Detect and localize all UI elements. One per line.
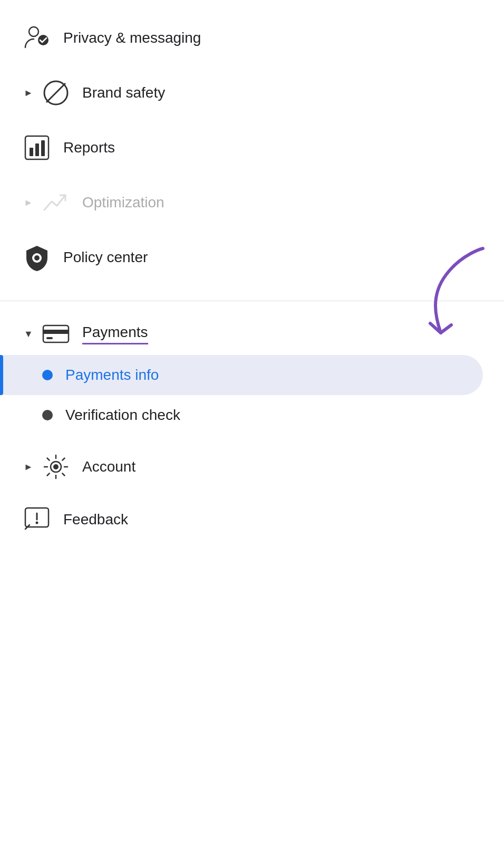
sub-item-payments-info[interactable]: Payments info <box>0 355 483 395</box>
navigation-list: Privacy & messaging ► Brand safety Repor… <box>0 0 504 295</box>
nav-item-feedback[interactable]: Feedback <box>0 498 504 551</box>
sub-label-verification-check: Verification check <box>65 407 180 424</box>
nav-item-reports[interactable]: Reports <box>0 120 504 175</box>
svg-point-14 <box>53 464 59 469</box>
policy-icon <box>21 242 53 273</box>
svg-rect-13 <box>46 337 53 339</box>
nav-label-reports: Reports <box>63 139 115 156</box>
sub-item-verification-check[interactable]: Verification check <box>0 395 504 435</box>
chat-exclamation-icon <box>21 504 53 535</box>
svg-point-9 <box>34 255 40 261</box>
bar-chart-icon <box>21 132 53 164</box>
svg-point-0 <box>29 27 38 36</box>
nav-item-policy-center[interactable]: Policy center <box>0 230 504 285</box>
chevron-right-icon-disabled: ► <box>21 195 36 210</box>
nav-label-optimization: Optimization <box>82 194 164 211</box>
svg-point-17 <box>36 522 38 524</box>
payments-label: Payments <box>82 324 148 344</box>
payments-icon <box>40 318 72 350</box>
svg-rect-6 <box>35 143 39 156</box>
divider <box>0 301 504 301</box>
nav-item-optimization[interactable]: ► Optimization <box>0 175 504 230</box>
trending-up-icon <box>40 187 72 218</box>
nav-item-privacy-messaging[interactable]: Privacy & messaging <box>0 11 504 65</box>
nav-label-feedback: Feedback <box>63 511 128 528</box>
svg-rect-5 <box>30 148 33 156</box>
nav-item-brand-safety[interactable]: ► Brand safety <box>0 65 504 120</box>
sub-label-payments-info: Payments info <box>65 367 159 383</box>
nav-label-privacy-messaging: Privacy & messaging <box>63 30 201 46</box>
nav-item-account[interactable]: ► Account <box>0 435 504 498</box>
inactive-dot-icon <box>42 410 53 420</box>
active-dot-icon <box>42 370 53 380</box>
person-shield-icon <box>21 22 53 54</box>
settings-gear-icon <box>40 451 72 483</box>
nav-label-account: Account <box>82 458 135 475</box>
svg-line-3 <box>46 83 65 102</box>
chevron-right-icon-account: ► <box>21 459 36 474</box>
svg-rect-12 <box>43 330 69 334</box>
chevron-down-icon: ▼ <box>21 327 36 341</box>
chevron-right-icon: ► <box>21 85 36 100</box>
svg-rect-7 <box>41 140 45 156</box>
nav-label-brand-safety: Brand safety <box>82 84 165 101</box>
nav-label-policy-center: Policy center <box>63 249 148 266</box>
payments-header[interactable]: ▼ Payments <box>0 306 504 355</box>
block-circle-icon <box>40 77 72 109</box>
svg-point-10 <box>36 253 38 255</box>
payments-section: ▼ Payments Payments info <box>0 306 504 435</box>
